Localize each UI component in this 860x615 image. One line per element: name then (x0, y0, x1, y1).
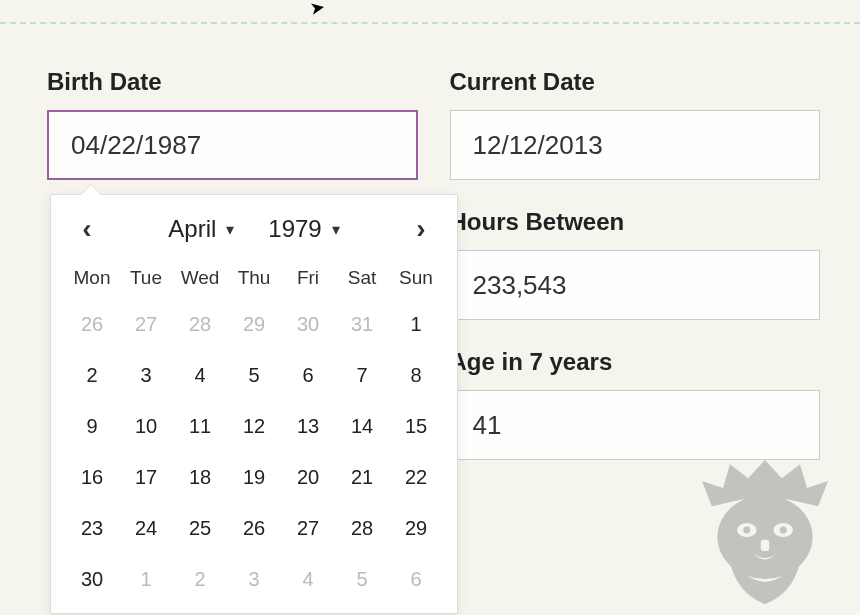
day-of-week-header: Thu (227, 255, 281, 299)
datepicker-popup: ‹ April ▾ 1979 ▾ › MonTueWedThuFriSatSun… (50, 194, 458, 614)
calendar-day[interactable]: 2 (65, 350, 119, 401)
day-of-week-header: Sat (335, 255, 389, 299)
month-select[interactable]: April ▾ (168, 215, 234, 243)
hours-between-input[interactable] (450, 250, 821, 320)
hours-between-field: Hours Between (450, 208, 821, 320)
age-in-7-label: Age in 7 years (450, 348, 821, 376)
calendar-day[interactable]: 23 (65, 503, 119, 554)
calendar-day[interactable]: 19 (227, 452, 281, 503)
calendar-day[interactable]: 28 (335, 503, 389, 554)
cursor-icon: ➤ (308, 0, 327, 20)
calendar-day[interactable]: 29 (389, 503, 443, 554)
chevron-down-icon: ▾ (332, 220, 340, 239)
calendar-day[interactable]: 16 (65, 452, 119, 503)
calendar-day[interactable]: 15 (389, 401, 443, 452)
top-divider (0, 22, 860, 24)
datepicker-header: ‹ April ▾ 1979 ▾ › (51, 195, 457, 255)
calendar-day[interactable]: 30 (65, 554, 119, 605)
age-in-7-field: Age in 7 years (450, 348, 821, 460)
calendar-day[interactable]: 27 (119, 299, 173, 350)
calendar-day[interactable]: 14 (335, 401, 389, 452)
calendar-day[interactable]: 5 (335, 554, 389, 605)
calendar-day[interactable]: 31 (335, 299, 389, 350)
calendar-day[interactable]: 11 (173, 401, 227, 452)
calendar-day[interactable]: 27 (281, 503, 335, 554)
birth-date-input[interactable] (47, 110, 418, 180)
current-date-field: Current Date (450, 68, 821, 180)
calendar-day[interactable]: 10 (119, 401, 173, 452)
calendar-day[interactable]: 6 (389, 554, 443, 605)
day-of-week-header: Wed (173, 255, 227, 299)
day-of-week-header: Mon (65, 255, 119, 299)
datepicker-selectors: April ▾ 1979 ▾ (168, 215, 339, 243)
calendar-day[interactable]: 3 (119, 350, 173, 401)
calendar-day[interactable]: 8 (389, 350, 443, 401)
calendar-day[interactable]: 13 (281, 401, 335, 452)
calendar-day[interactable]: 21 (335, 452, 389, 503)
calendar-day[interactable]: 4 (173, 350, 227, 401)
hours-between-label: Hours Between (450, 208, 821, 236)
calendar-day[interactable]: 1 (389, 299, 443, 350)
next-month-button[interactable]: › (407, 213, 435, 245)
calendar-day[interactable]: 18 (173, 452, 227, 503)
birth-date-label: Birth Date (47, 68, 418, 96)
calendar-day[interactable]: 24 (119, 503, 173, 554)
calendar-day[interactable]: 25 (173, 503, 227, 554)
month-label: April (168, 215, 216, 243)
svg-point-4 (743, 527, 750, 534)
calendar-day[interactable]: 28 (173, 299, 227, 350)
calendar-day[interactable]: 2 (173, 554, 227, 605)
calendar-day[interactable]: 1 (119, 554, 173, 605)
datepicker-grid: MonTueWedThuFriSatSun2627282930311234567… (51, 255, 457, 605)
birth-date-field: Birth Date (47, 68, 418, 180)
calendar-day[interactable]: 5 (227, 350, 281, 401)
calendar-day[interactable]: 30 (281, 299, 335, 350)
current-date-label: Current Date (450, 68, 821, 96)
current-date-input[interactable] (450, 110, 821, 180)
svg-point-5 (780, 527, 787, 534)
logo-icon (695, 450, 835, 610)
calendar-day[interactable]: 4 (281, 554, 335, 605)
day-of-week-header: Fri (281, 255, 335, 299)
calendar-day[interactable]: 26 (227, 503, 281, 554)
year-select[interactable]: 1979 ▾ (268, 215, 339, 243)
calendar-day[interactable]: 22 (389, 452, 443, 503)
year-label: 1979 (268, 215, 321, 243)
prev-month-button[interactable]: ‹ (73, 213, 101, 245)
calendar-day[interactable]: 7 (335, 350, 389, 401)
day-of-week-header: Tue (119, 255, 173, 299)
calendar-day[interactable]: 26 (65, 299, 119, 350)
calendar-day[interactable]: 3 (227, 554, 281, 605)
calendar-day[interactable]: 29 (227, 299, 281, 350)
calendar-day[interactable]: 12 (227, 401, 281, 452)
calendar-day[interactable]: 20 (281, 452, 335, 503)
calendar-day[interactable]: 9 (65, 401, 119, 452)
calendar-day[interactable]: 17 (119, 452, 173, 503)
day-of-week-header: Sun (389, 255, 443, 299)
svg-rect-3 (761, 540, 769, 551)
calendar-day[interactable]: 6 (281, 350, 335, 401)
chevron-down-icon: ▾ (226, 220, 234, 239)
